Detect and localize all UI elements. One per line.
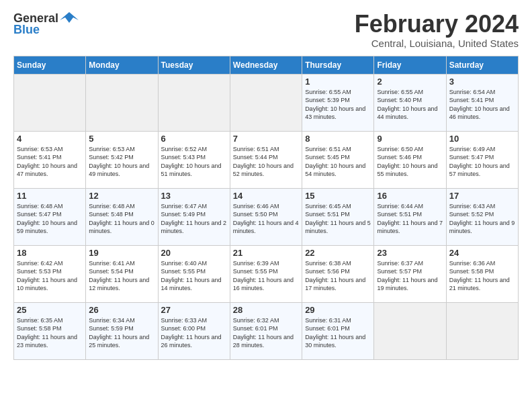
calendar-day-cell: 11Sunrise: 6:48 AMSunset: 5:47 PMDayligh… [14,188,86,245]
calendar-day-cell: 12Sunrise: 6:48 AMSunset: 5:48 PMDayligh… [86,188,158,245]
day-of-week-header: Thursday [302,56,374,74]
day-number: 21 [233,248,299,258]
day-number: 16 [377,191,443,201]
calendar-day-cell: 3Sunrise: 6:54 AMSunset: 5:41 PMDaylight… [446,74,518,131]
day-of-week-header: Sunday [14,56,86,74]
calendar-day-cell: 29Sunrise: 6:31 AMSunset: 6:01 PMDayligh… [302,302,374,359]
day-number: 27 [161,305,227,315]
day-info: Sunrise: 6:51 AMSunset: 5:44 PMDaylight:… [233,145,299,179]
calendar-week-row: 11Sunrise: 6:48 AMSunset: 5:47 PMDayligh… [14,188,519,245]
day-info: Sunrise: 6:43 AMSunset: 5:52 PMDaylight:… [449,202,515,236]
calendar-day-cell [374,302,446,359]
title-area: February 2024 Central, Louisiana, United… [355,11,519,49]
day-info: Sunrise: 6:35 AMSunset: 5:58 PMDaylight:… [17,316,83,350]
day-number: 25 [17,305,83,315]
calendar-title: February 2024 [355,11,519,38]
header: General Blue February 2024 Central, Loui… [13,11,519,49]
day-info: Sunrise: 6:32 AMSunset: 6:01 PMDaylight:… [233,316,299,350]
day-number: 8 [305,134,371,144]
calendar-day-cell [158,74,230,131]
day-number: 14 [233,191,299,201]
day-info: Sunrise: 6:36 AMSunset: 5:58 PMDaylight:… [449,259,515,293]
day-info: Sunrise: 6:49 AMSunset: 5:47 PMDaylight:… [449,145,515,179]
svg-marker-0 [60,12,79,23]
calendar-day-cell: 15Sunrise: 6:45 AMSunset: 5:51 PMDayligh… [302,188,374,245]
calendar-day-cell: 14Sunrise: 6:46 AMSunset: 5:50 PMDayligh… [230,188,302,245]
day-number: 26 [89,305,154,315]
calendar-day-cell: 8Sunrise: 6:51 AMSunset: 5:45 PMDaylight… [302,131,374,188]
calendar-day-cell: 19Sunrise: 6:41 AMSunset: 5:54 PMDayligh… [86,245,158,302]
day-info: Sunrise: 6:34 AMSunset: 5:59 PMDaylight:… [89,316,154,350]
day-info: Sunrise: 6:46 AMSunset: 5:50 PMDaylight:… [233,202,299,236]
calendar-day-cell: 23Sunrise: 6:37 AMSunset: 5:57 PMDayligh… [374,245,446,302]
day-number: 18 [17,248,83,258]
calendar-day-cell: 24Sunrise: 6:36 AMSunset: 5:58 PMDayligh… [446,245,518,302]
calendar-day-cell: 20Sunrise: 6:40 AMSunset: 5:55 PMDayligh… [158,245,230,302]
calendar-header-row: SundayMondayTuesdayWednesdayThursdayFrid… [14,56,519,74]
day-info: Sunrise: 6:55 AMSunset: 5:40 PMDaylight:… [377,88,443,122]
calendar-week-row: 1Sunrise: 6:55 AMSunset: 5:39 PMDaylight… [14,74,519,131]
calendar-week-row: 25Sunrise: 6:35 AMSunset: 5:58 PMDayligh… [14,302,519,359]
calendar-day-cell: 6Sunrise: 6:52 AMSunset: 5:43 PMDaylight… [158,131,230,188]
calendar-day-cell: 18Sunrise: 6:42 AMSunset: 5:53 PMDayligh… [14,245,86,302]
day-number: 1 [305,77,371,87]
day-info: Sunrise: 6:44 AMSunset: 5:51 PMDaylight:… [377,202,443,236]
day-of-week-header: Saturday [446,56,518,74]
calendar-day-cell: 7Sunrise: 6:51 AMSunset: 5:44 PMDaylight… [230,131,302,188]
day-info: Sunrise: 6:40 AMSunset: 5:55 PMDaylight:… [161,259,227,293]
day-of-week-header: Monday [86,56,158,74]
calendar-day-cell [230,74,302,131]
calendar-day-cell: 4Sunrise: 6:53 AMSunset: 5:41 PMDaylight… [14,131,86,188]
calendar-day-cell: 28Sunrise: 6:32 AMSunset: 6:01 PMDayligh… [230,302,302,359]
day-info: Sunrise: 6:53 AMSunset: 5:42 PMDaylight:… [89,145,154,179]
calendar-day-cell: 16Sunrise: 6:44 AMSunset: 5:51 PMDayligh… [374,188,446,245]
day-info: Sunrise: 6:53 AMSunset: 5:41 PMDaylight:… [17,145,83,179]
day-of-week-header: Tuesday [158,56,230,74]
day-number: 28 [233,305,299,315]
day-info: Sunrise: 6:45 AMSunset: 5:51 PMDaylight:… [305,202,371,236]
calendar-day-cell [446,302,518,359]
day-number: 23 [377,248,443,258]
day-info: Sunrise: 6:50 AMSunset: 5:46 PMDaylight:… [377,145,443,179]
calendar-day-cell: 9Sunrise: 6:50 AMSunset: 5:46 PMDaylight… [374,131,446,188]
day-number: 6 [161,134,227,144]
day-number: 15 [305,191,371,201]
day-number: 17 [449,191,515,201]
day-number: 24 [449,248,515,258]
day-info: Sunrise: 6:39 AMSunset: 5:55 PMDaylight:… [233,259,299,293]
day-info: Sunrise: 6:52 AMSunset: 5:43 PMDaylight:… [161,145,227,179]
calendar-day-cell: 10Sunrise: 6:49 AMSunset: 5:47 PMDayligh… [446,131,518,188]
day-info: Sunrise: 6:51 AMSunset: 5:45 PMDaylight:… [305,145,371,179]
day-info: Sunrise: 6:37 AMSunset: 5:57 PMDaylight:… [377,259,443,293]
day-number: 29 [305,305,371,315]
day-info: Sunrise: 6:48 AMSunset: 5:47 PMDaylight:… [17,202,83,236]
day-number: 13 [161,191,227,201]
calendar-day-cell: 17Sunrise: 6:43 AMSunset: 5:52 PMDayligh… [446,188,518,245]
calendar-day-cell: 2Sunrise: 6:55 AMSunset: 5:40 PMDaylight… [374,74,446,131]
day-number: 12 [89,191,154,201]
day-number: 22 [305,248,371,258]
calendar-day-cell: 27Sunrise: 6:33 AMSunset: 6:00 PMDayligh… [158,302,230,359]
calendar-day-cell [86,74,158,131]
day-number: 7 [233,134,299,144]
day-info: Sunrise: 6:38 AMSunset: 5:56 PMDaylight:… [305,259,371,293]
day-number: 5 [89,134,154,144]
day-info: Sunrise: 6:55 AMSunset: 5:39 PMDaylight:… [305,88,371,122]
day-number: 19 [89,248,154,258]
calendar-subtitle: Central, Louisiana, United States [355,38,519,49]
day-info: Sunrise: 6:48 AMSunset: 5:48 PMDaylight:… [89,202,154,236]
day-info: Sunrise: 6:47 AMSunset: 5:49 PMDaylight:… [161,202,227,236]
day-info: Sunrise: 6:31 AMSunset: 6:01 PMDaylight:… [305,316,371,350]
day-number: 11 [17,191,83,201]
calendar-day-cell [14,74,86,131]
logo: General Blue [13,11,79,37]
calendar-week-row: 18Sunrise: 6:42 AMSunset: 5:53 PMDayligh… [14,245,519,302]
day-number: 10 [449,134,515,144]
calendar-day-cell: 1Sunrise: 6:55 AMSunset: 5:39 PMDaylight… [302,74,374,131]
day-of-week-header: Friday [374,56,446,74]
calendar-day-cell: 22Sunrise: 6:38 AMSunset: 5:56 PMDayligh… [302,245,374,302]
logo-bird-icon [60,11,79,26]
day-number: 4 [17,134,83,144]
day-number: 2 [377,77,443,87]
day-info: Sunrise: 6:41 AMSunset: 5:54 PMDaylight:… [89,259,154,293]
